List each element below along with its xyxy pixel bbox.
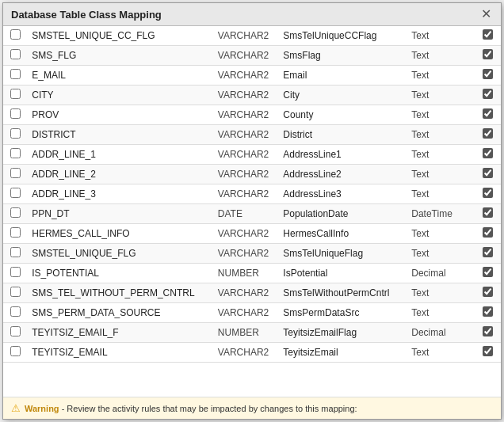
row-checkbox[interactable] — [10, 326, 21, 336]
row-active-checkbox[interactable] — [483, 287, 493, 297]
row-field-name: ADDR_LINE_1 — [27, 145, 213, 165]
row-checkbox[interactable] — [10, 128, 21, 139]
row-active-cell — [475, 244, 501, 264]
warning-bar: ⚠ Warning - Review the activity rules th… — [3, 397, 501, 419]
row-active-checkbox[interactable] — [483, 227, 493, 238]
row-checkbox-cell — [3, 26, 27, 46]
row-mapped-name: TeyitsizEmail — [278, 343, 407, 363]
table-row: SMS_TEL_WITHOUT_PERM_CNTRLVARCHAR2SmsTel… — [3, 283, 501, 303]
row-checkbox[interactable] — [10, 306, 21, 317]
row-checkbox-cell — [3, 204, 27, 224]
close-button[interactable]: ✕ — [479, 8, 493, 21]
table-row: IS_POTENTIALNUMBERIsPotentialDecimal — [3, 264, 501, 283]
row-checkbox-cell — [3, 343, 27, 363]
row-checkbox[interactable] — [10, 346, 21, 356]
row-checkbox[interactable] — [10, 247, 21, 257]
warning-label: Warning — [25, 404, 59, 413]
row-field-type: VARCHAR2 — [213, 46, 279, 66]
row-field-type: VARCHAR2 — [213, 86, 279, 105]
row-active-checkbox[interactable] — [483, 267, 493, 277]
row-checkbox-cell — [3, 244, 27, 264]
row-active-checkbox[interactable] — [483, 168, 493, 178]
row-mapped-name: County — [278, 105, 407, 125]
row-active-checkbox[interactable] — [483, 89, 493, 99]
row-checkbox[interactable] — [10, 207, 21, 218]
row-field-name: E_MAIL — [27, 66, 213, 86]
row-active-checkbox[interactable] — [483, 49, 493, 59]
row-active-cell — [475, 165, 501, 184]
row-checkbox[interactable] — [10, 89, 21, 99]
row-checkbox-cell — [3, 283, 27, 303]
row-checkbox-cell — [3, 224, 27, 244]
row-mapped-name: Email — [278, 66, 407, 86]
row-field-name: PPN_DT — [27, 204, 213, 224]
row-active-checkbox[interactable] — [483, 69, 493, 79]
row-field-type: VARCHAR2 — [213, 303, 279, 323]
row-datatype: Decimal — [407, 264, 475, 283]
row-field-type: VARCHAR2 — [213, 66, 279, 86]
row-active-checkbox[interactable] — [483, 247, 493, 257]
row-active-cell — [475, 125, 501, 145]
row-active-checkbox[interactable] — [483, 326, 493, 336]
row-active-checkbox[interactable] — [483, 108, 493, 119]
row-field-name: SMS_PERM_DATA_SOURCE — [27, 303, 213, 323]
row-checkbox[interactable] — [10, 267, 21, 277]
row-checkbox[interactable] — [10, 188, 21, 198]
row-field-name: TEYITSIZ_EMAIL_F — [27, 323, 213, 343]
row-checkbox[interactable] — [10, 69, 21, 79]
row-field-name: SMS_TEL_WITHOUT_PERM_CNTRL — [27, 283, 213, 303]
row-checkbox[interactable] — [10, 168, 21, 178]
row-active-checkbox[interactable] — [483, 188, 493, 198]
warning-icon: ⚠ — [11, 402, 21, 414]
row-active-cell — [475, 86, 501, 105]
row-active-cell — [475, 184, 501, 204]
row-active-checkbox[interactable] — [483, 148, 493, 158]
dialog-header: Database Table Class Mapping ✕ — [3, 3, 501, 26]
row-active-checkbox[interactable] — [483, 29, 493, 40]
row-active-cell — [475, 303, 501, 323]
dialog-title: Database Table Class Mapping — [11, 9, 162, 21]
row-checkbox-cell — [3, 125, 27, 145]
row-field-name: CITY — [27, 86, 213, 105]
table-row: CITYVARCHAR2CityText — [3, 86, 501, 105]
row-field-name: IS_POTENTIAL — [27, 264, 213, 283]
row-datatype: Text — [407, 343, 475, 363]
row-checkbox[interactable] — [10, 287, 21, 297]
row-datatype: Text — [407, 165, 475, 184]
row-datatype: Text — [407, 184, 475, 204]
row-mapped-name: AddressLine1 — [278, 145, 407, 165]
row-active-checkbox[interactable] — [483, 207, 493, 218]
table-row: HERMES_CALL_INFOVARCHAR2HermesCallInfoTe… — [3, 224, 501, 244]
table-row: ADDR_LINE_3VARCHAR2AddressLine3Text — [3, 184, 501, 204]
row-checkbox[interactable] — [10, 227, 21, 238]
row-checkbox[interactable] — [10, 148, 21, 158]
table-row: DISTRICTVARCHAR2DistrictText — [3, 125, 501, 145]
table-row: PPN_DTDATEPopulationDateDateTime — [3, 204, 501, 224]
row-checkbox[interactable] — [10, 29, 21, 40]
row-active-cell — [475, 283, 501, 303]
row-datatype: Text — [407, 86, 475, 105]
row-datatype: Text — [407, 283, 475, 303]
row-field-name: HERMES_CALL_INFO — [27, 224, 213, 244]
row-field-name: SMSTEL_UNIQUE_CC_FLG — [27, 26, 213, 46]
row-checkbox-cell — [3, 165, 27, 184]
row-field-type: VARCHAR2 — [213, 125, 279, 145]
row-checkbox-cell — [3, 184, 27, 204]
table-row: SMSTEL_UNIQUE_FLGVARCHAR2SmsTelUniqueFla… — [3, 244, 501, 264]
row-mapped-name: HermesCallInfo — [278, 224, 407, 244]
table-row: PROVVARCHAR2CountyText — [3, 105, 501, 125]
row-datatype: Text — [407, 46, 475, 66]
row-datatype: Text — [407, 224, 475, 244]
row-datatype: Text — [407, 26, 475, 46]
row-mapped-name: City — [278, 86, 407, 105]
row-checkbox[interactable] — [10, 49, 21, 59]
row-active-checkbox[interactable] — [483, 306, 493, 317]
row-mapped-name: SmsTelUniqueFlag — [278, 244, 407, 264]
row-checkbox[interactable] — [10, 108, 21, 119]
row-field-name: ADDR_LINE_3 — [27, 184, 213, 204]
row-field-type: VARCHAR2 — [213, 184, 279, 204]
table-container: SMSTEL_UNIQUE_CC_FLGVARCHAR2SmsTelUnique… — [3, 26, 501, 397]
row-active-checkbox[interactable] — [483, 346, 493, 356]
row-datatype: Text — [407, 244, 475, 264]
row-active-checkbox[interactable] — [483, 128, 493, 139]
